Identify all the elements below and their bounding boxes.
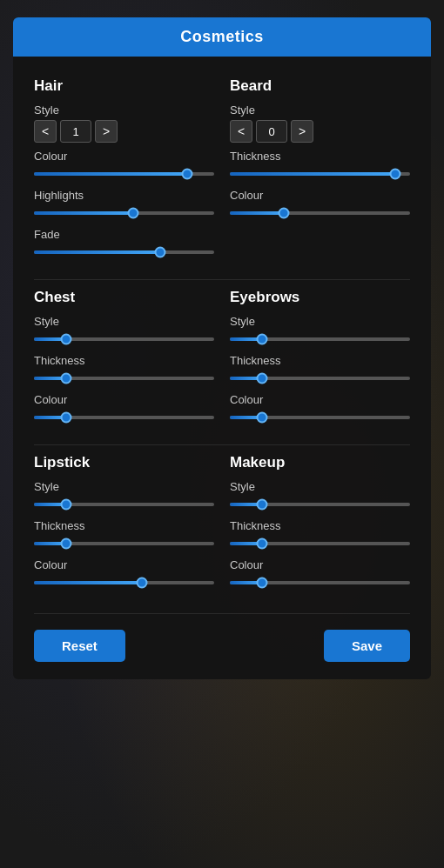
sections-grid: HairStyle<1>ColourHighlightsFadeBeardSty… bbox=[34, 72, 410, 606]
lipstick-colour-label: Colour bbox=[34, 558, 214, 571]
footer-row: Reset Save bbox=[34, 618, 410, 667]
eyebrows-colour-label: Colour bbox=[230, 393, 410, 406]
section-eyebrows: EyebrowsStyleThicknessColour bbox=[230, 284, 410, 425]
eyebrows-thickness-thumb bbox=[257, 373, 268, 384]
chest-thickness-thumb bbox=[61, 373, 72, 384]
lipstick-thickness-track bbox=[34, 542, 214, 545]
chest-style-label: Style bbox=[34, 315, 214, 328]
chest-colour-thumb bbox=[61, 412, 72, 424]
beard-thickness-track bbox=[230, 172, 410, 176]
beard-style-value: 0 bbox=[256, 120, 287, 143]
makeup-title: Makeup bbox=[230, 454, 410, 471]
section-chest: ChestStyleThicknessColour bbox=[34, 284, 214, 425]
beard-thickness-fill bbox=[230, 172, 395, 176]
hair-highlights-slider[interactable] bbox=[34, 205, 214, 221]
makeup-style-track bbox=[230, 503, 410, 506]
hair-highlights-fill bbox=[34, 211, 133, 215]
lipstick-title: Lipstick bbox=[34, 454, 214, 471]
eyebrows-style-track bbox=[230, 337, 410, 341]
lipstick-style-thumb bbox=[61, 499, 72, 511]
eyebrows-style-thumb bbox=[257, 334, 268, 345]
hair-style-value: 1 bbox=[60, 120, 91, 143]
chest-title: Chest bbox=[34, 289, 214, 306]
save-button[interactable]: Save bbox=[324, 630, 410, 662]
panel-body: HairStyle<1>ColourHighlightsFadeBeardSty… bbox=[13, 57, 431, 679]
lipstick-colour-slider[interactable] bbox=[34, 575, 214, 591]
makeup-thickness-label: Thickness bbox=[230, 519, 410, 532]
beard-colour-thumb bbox=[279, 208, 290, 219]
beard-colour-track bbox=[230, 211, 410, 215]
eyebrows-colour-track bbox=[230, 416, 410, 419]
eyebrows-thickness-slider[interactable] bbox=[230, 371, 410, 386]
hair-highlights-thumb bbox=[127, 208, 138, 219]
section-divider bbox=[34, 444, 410, 445]
hair-highlights-label: Highlights bbox=[34, 189, 214, 202]
hair-title: Hair bbox=[34, 77, 214, 95]
hair-colour-slider[interactable] bbox=[34, 166, 214, 182]
makeup-style-label: Style bbox=[230, 480, 410, 493]
makeup-colour-slider[interactable] bbox=[230, 575, 410, 591]
lipstick-colour-track bbox=[34, 581, 214, 584]
makeup-colour-thumb bbox=[257, 578, 268, 589]
section-lipstick: LipstickStyleThicknessColour bbox=[34, 449, 214, 591]
hair-colour-track bbox=[34, 172, 214, 176]
chest-style-track bbox=[34, 337, 214, 341]
chest-colour-label: Colour bbox=[34, 393, 214, 406]
hair-fade-thumb bbox=[154, 247, 165, 258]
hair-style-next[interactable]: > bbox=[95, 120, 118, 143]
hair-colour-fill bbox=[34, 172, 187, 176]
eyebrows-colour-thumb bbox=[257, 412, 268, 424]
lipstick-thickness-slider[interactable] bbox=[34, 536, 214, 551]
eyebrows-thickness-label: Thickness bbox=[230, 354, 410, 367]
makeup-colour-label: Colour bbox=[230, 558, 410, 571]
makeup-style-thumb bbox=[257, 499, 268, 511]
panel-title: Cosmetics bbox=[180, 28, 264, 45]
makeup-thickness-track bbox=[230, 542, 410, 545]
hair-colour-label: Colour bbox=[34, 150, 214, 163]
beard-style-row: <0> bbox=[230, 120, 410, 143]
beard-colour-slider[interactable] bbox=[230, 205, 410, 221]
section-divider bbox=[34, 279, 410, 280]
eyebrows-style-label: Style bbox=[230, 315, 410, 328]
lipstick-style-slider[interactable] bbox=[34, 497, 214, 512]
lipstick-style-track bbox=[34, 503, 214, 506]
hair-fade-slider[interactable] bbox=[34, 244, 214, 260]
makeup-colour-track bbox=[230, 581, 410, 584]
lipstick-colour-thumb bbox=[137, 578, 148, 589]
beard-colour-label: Colour bbox=[230, 189, 410, 202]
hair-style-prev[interactable]: < bbox=[34, 120, 57, 143]
lipstick-thickness-label: Thickness bbox=[34, 519, 214, 532]
eyebrows-style-slider[interactable] bbox=[230, 331, 410, 347]
eyebrows-colour-slider[interactable] bbox=[230, 410, 410, 425]
beard-style-prev[interactable]: < bbox=[230, 120, 252, 143]
hair-highlights-track bbox=[34, 211, 214, 215]
section-hair: HairStyle<1>ColourHighlightsFade bbox=[34, 72, 214, 260]
hair-style-label: Style bbox=[34, 103, 214, 117]
eyebrows-title: Eyebrows bbox=[230, 289, 410, 306]
panel-header: Cosmetics bbox=[13, 17, 431, 57]
section-makeup: MakeupStyleThicknessColour bbox=[230, 449, 410, 591]
chest-style-thumb bbox=[61, 334, 72, 345]
lipstick-thickness-thumb bbox=[61, 538, 72, 550]
beard-style-next[interactable]: > bbox=[291, 120, 313, 143]
beard-title: Beard bbox=[230, 77, 410, 95]
chest-colour-slider[interactable] bbox=[34, 410, 214, 425]
eyebrows-thickness-track bbox=[230, 377, 410, 380]
beard-thickness-thumb bbox=[390, 169, 401, 180]
chest-thickness-label: Thickness bbox=[34, 354, 214, 367]
reset-button[interactable]: Reset bbox=[34, 630, 125, 662]
hair-fade-fill bbox=[34, 250, 160, 254]
hair-fade-label: Fade bbox=[34, 228, 214, 241]
chest-style-slider[interactable] bbox=[34, 331, 214, 347]
chest-thickness-track bbox=[34, 377, 214, 380]
makeup-thickness-slider[interactable] bbox=[230, 536, 410, 551]
makeup-style-slider[interactable] bbox=[230, 497, 410, 512]
hair-style-row: <1> bbox=[34, 120, 214, 143]
lipstick-style-label: Style bbox=[34, 480, 214, 493]
hair-fade-track bbox=[34, 250, 214, 254]
beard-thickness-slider[interactable] bbox=[230, 166, 410, 182]
chest-colour-track bbox=[34, 416, 214, 419]
beard-thickness-label: Thickness bbox=[230, 150, 410, 163]
makeup-thickness-thumb bbox=[257, 538, 268, 550]
chest-thickness-slider[interactable] bbox=[34, 371, 214, 386]
